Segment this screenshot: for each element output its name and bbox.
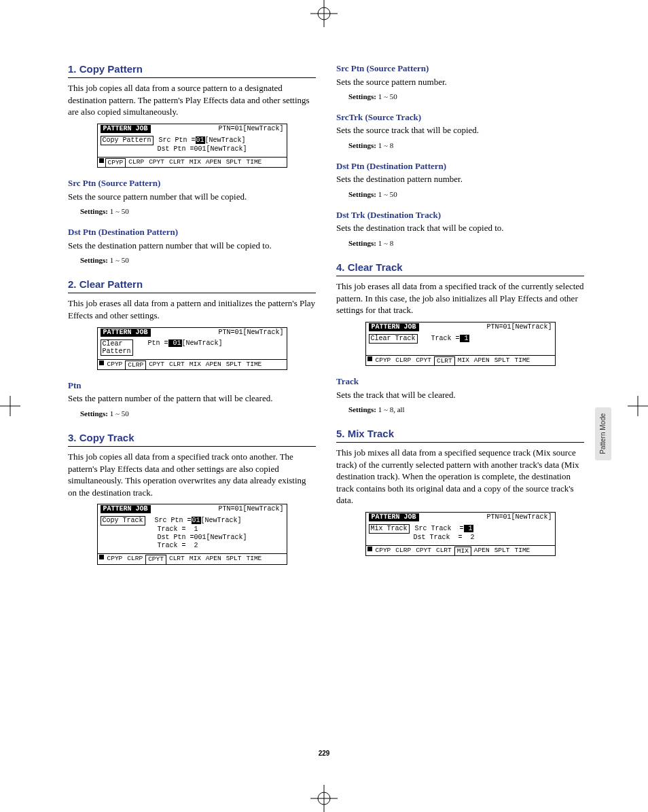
- footer-tab: CPYT: [147, 158, 166, 166]
- screen-line-label: Track =: [431, 335, 460, 342]
- footer-tab: CLRP: [125, 361, 146, 369]
- settings-line: Settings: 1 ~ 50: [348, 189, 584, 200]
- footer-tab: CLRP: [393, 547, 413, 554]
- footer-tab: TIME: [244, 361, 264, 368]
- screen-footer: CPYPCLRPCPYTCLRTMIXAPENSPLTTIME: [98, 553, 287, 564]
- param-desc: Sets the source pattern number that will…: [68, 191, 316, 203]
- screen-value-inverted: 01: [168, 339, 182, 347]
- screen-copy-pattern: PATTERN JOB PTN=01[NewTrack] Copy Patter…: [97, 124, 287, 168]
- footer-tab: CPYP: [105, 158, 126, 167]
- screen-box-label: Clear Track: [369, 334, 418, 344]
- screen-box-label: Mix Track: [369, 524, 410, 534]
- screen-value-inverted: 1: [460, 335, 469, 342]
- footer-tab: TIME: [244, 158, 264, 166]
- param-desc: Sets the source pattern number.: [336, 76, 584, 88]
- footer-tab: CPYT: [414, 547, 433, 554]
- screen-line: Dst Track = 2: [369, 534, 552, 542]
- param-title: Dst Ptn (Destination Pattern): [336, 160, 584, 172]
- screen-footer: CPYPCLRPCPYTCLRTMIXAPENSPLTTIME: [98, 359, 287, 369]
- footer-tab: CPYT: [145, 555, 166, 564]
- screen-footer: CPYPCLRPCPYTCLRTMIXAPENSPLTTIME: [98, 157, 287, 167]
- screen-line: Track = 1: [101, 525, 284, 534]
- param-title: Ptn: [68, 380, 316, 392]
- footer-tab: CLRT: [434, 356, 455, 365]
- footer-tab: CLRT: [167, 555, 187, 562]
- selected-marker-icon: [367, 547, 372, 551]
- screen-header-right: PTN=01[NewTrack]: [218, 125, 283, 133]
- screen-value-inverted: 1: [464, 525, 473, 532]
- footer-tab: CPYT: [147, 361, 166, 368]
- settings-line: Settings: 1 ~ 8: [348, 141, 584, 151]
- footer-tab: MIX: [187, 158, 203, 166]
- screen-header-right: PTN=01[NewTrack]: [218, 329, 283, 337]
- param-desc: Sets the destination pattern number that…: [68, 240, 316, 252]
- param-title: Src Ptn (Source Pattern): [336, 62, 584, 75]
- screen-box-label: Copy Pattern: [101, 136, 154, 145]
- settings-line: Settings: 1 ~ 8: [348, 238, 584, 248]
- screen-tab: PATTERN JOB: [101, 329, 151, 337]
- param-desc: Sets the destination track that will be …: [336, 222, 584, 234]
- footer-tab: CPYP: [374, 356, 393, 364]
- section-4-body: This job erases all data from a specifie…: [336, 280, 584, 316]
- footer-tab: CLRP: [393, 356, 413, 364]
- right-column: Src Ptn (Source Pattern) Sets the source…: [336, 62, 584, 572]
- footer-tab: SPLT: [492, 547, 512, 554]
- screen-line: Dst Ptn =001[NewTrack]: [101, 145, 284, 153]
- footer-tab: APEN: [204, 555, 223, 562]
- footer-tab: CLRT: [167, 158, 187, 166]
- screen-value-inverted: 01: [196, 136, 205, 144]
- screen-line-suffix: [NewTrack]: [182, 339, 223, 347]
- selected-marker-icon: [99, 361, 104, 365]
- screen-clear-track: PATTERN JOB PTN=01[NewTrack] Clear Track…: [365, 322, 556, 366]
- footer-tab: CLRT: [434, 547, 454, 554]
- footer-tab: CPYT: [414, 356, 433, 364]
- param-title: Dst Ptn (Destination Pattern): [68, 226, 316, 238]
- screen-clear-pattern: PATTERN JOB PTN=01[NewTrack] ClearPatter…: [97, 327, 287, 370]
- footer-tab: MIX: [456, 356, 471, 364]
- settings-line: Settings: 1 ~ 50: [80, 255, 316, 265]
- footer-tab: CPYP: [374, 547, 393, 554]
- screen-copy-track: PATTERN JOB PTN=01[NewTrack] Copy Track …: [97, 504, 287, 564]
- cropmark-top: [310, 0, 338, 27]
- footer-tab: APEN: [204, 361, 223, 368]
- selected-marker-icon: [367, 356, 372, 361]
- settings-line: Settings: 1 ~ 50: [80, 206, 316, 217]
- section-5-body: This job mixes all data from a specified…: [336, 447, 584, 506]
- screen-box-label: Copy Track: [101, 516, 145, 525]
- left-column: 1. Copy Pattern This job copies all data…: [68, 62, 316, 572]
- footer-tab: SPLT: [492, 356, 512, 364]
- screen-tab: PATTERN JOB: [101, 125, 151, 133]
- settings-line: Settings: 1 ~ 50: [348, 92, 584, 102]
- section-1-body: This job copies all data from a source p…: [68, 82, 316, 118]
- screen-line-label: Src Ptn =: [159, 136, 196, 144]
- screen-tab: PATTERN JOB: [369, 323, 419, 331]
- footer-tab: MIX: [187, 361, 203, 368]
- footer-tab: TIME: [512, 356, 532, 364]
- screen-mix-track: PATTERN JOB PTN=01[NewTrack] Mix Track S…: [365, 512, 556, 556]
- footer-tab: APEN: [472, 547, 492, 554]
- footer-tab: TIME: [512, 547, 532, 554]
- screen-value-inverted: 01: [192, 517, 201, 524]
- footer-tab: MIX: [187, 555, 203, 562]
- footer-tab: CPYP: [105, 361, 125, 368]
- screen-header-right: PTN=01[NewTrack]: [486, 323, 552, 331]
- screen-tab: PATTERN JOB: [369, 513, 419, 521]
- param-desc: Sets the source track that will be copie…: [336, 124, 584, 136]
- footer-tab: TIME: [244, 555, 264, 562]
- param-title: SrcTrk (Source Track): [336, 111, 584, 124]
- screen-line-label: Src Ptn =: [155, 517, 192, 524]
- cropmark-right: [628, 396, 648, 416]
- footer-tab: CPYP: [105, 555, 125, 562]
- footer-tab: MIX: [454, 547, 471, 555]
- param-title: Track: [336, 375, 584, 388]
- footer-tab: APEN: [204, 158, 223, 166]
- selected-marker-icon: [99, 158, 104, 163]
- screen-tab: PATTERN JOB: [101, 505, 151, 513]
- screen-line-label: Ptn =: [148, 339, 168, 347]
- selected-marker-icon: [99, 555, 104, 559]
- section-2-body: This job erases all data from a pattern …: [68, 297, 316, 321]
- screen-line-suffix: [NewTrack]: [201, 517, 242, 524]
- screen-line: Track = 2: [101, 542, 284, 550]
- footer-tab: CLRP: [125, 555, 145, 562]
- param-desc: Sets the destination pattern number.: [336, 173, 584, 185]
